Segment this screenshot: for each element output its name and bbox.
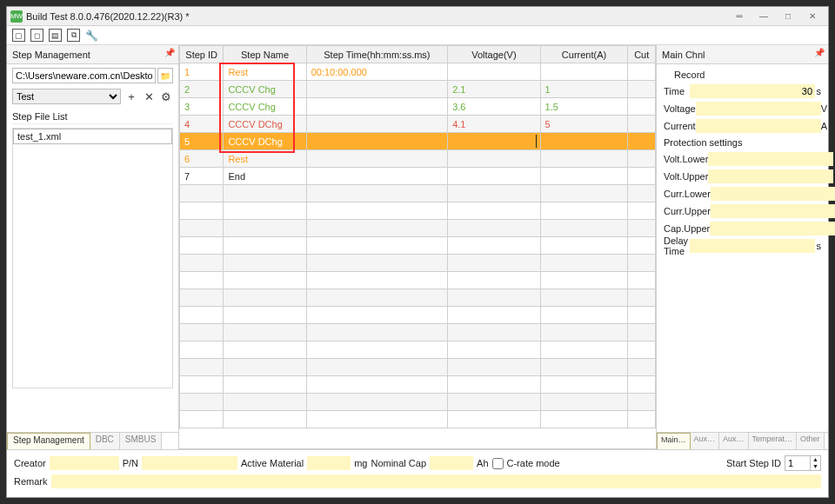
cell-id[interactable]: 6 (180, 150, 224, 168)
table-row-empty[interactable] (180, 307, 656, 324)
cell-voltage-editing[interactable] (448, 133, 540, 150)
cell-current[interactable] (540, 63, 628, 81)
cell-time[interactable] (306, 150, 447, 168)
cell-current[interactable]: 1.5 (540, 98, 628, 116)
table-row-empty[interactable] (180, 185, 656, 202)
cell-id[interactable]: 1 (180, 63, 224, 81)
table-row-empty[interactable] (180, 202, 656, 220)
param-input[interactable] (711, 187, 835, 201)
start-step-input[interactable] (785, 458, 810, 468)
pn-input[interactable] (142, 456, 237, 470)
table-row-empty[interactable] (180, 255, 656, 272)
tab-other[interactable]: Other (797, 433, 825, 449)
param-input[interactable] (696, 119, 821, 133)
start-step-spinner[interactable]: ▲▼ (785, 455, 821, 471)
nominal-cap-input[interactable] (430, 456, 473, 470)
cell-id[interactable]: 5 (180, 133, 224, 150)
cell-voltage[interactable]: 2.1 (448, 81, 540, 98)
cell-cut[interactable] (628, 63, 656, 81)
copy-icon[interactable]: ⧉ (67, 29, 80, 42)
table-row[interactable]: 6 Rest (180, 150, 656, 168)
spin-up-icon[interactable]: ▲ (810, 456, 820, 463)
cell-time[interactable] (306, 133, 447, 150)
cell-voltage[interactable] (448, 150, 540, 168)
table-row-empty[interactable] (180, 272, 656, 289)
btn-dash[interactable]: ═ (727, 11, 752, 21)
col-current[interactable]: Current(A) (540, 46, 628, 63)
param-input[interactable] (690, 239, 815, 253)
crate-checkbox[interactable] (492, 458, 504, 469)
active-material-input[interactable] (307, 456, 351, 470)
cell-time[interactable] (306, 116, 447, 133)
btn-close[interactable]: ✕ (800, 11, 825, 21)
cell-time[interactable] (306, 168, 447, 185)
cell-current[interactable] (540, 133, 628, 150)
table-row[interactable]: 1 Rest 00:10:00.000 (180, 63, 656, 81)
cell-voltage[interactable]: 4.1 (448, 116, 540, 133)
cell-id[interactable]: 7 (180, 168, 224, 185)
col-cut[interactable]: Cut (628, 46, 656, 63)
table-row[interactable]: 5 CCCV DChg (180, 133, 656, 150)
table-row-empty[interactable] (180, 220, 656, 237)
gear-icon[interactable]: ⚙ (159, 90, 173, 103)
remark-input[interactable] (51, 474, 821, 488)
table-row-empty[interactable] (180, 342, 656, 359)
spin-down-icon[interactable]: ▼ (810, 463, 820, 470)
table-row-empty[interactable] (180, 394, 656, 411)
test-select[interactable]: Test (12, 89, 121, 104)
col-step-time[interactable]: Step Time(hh:mm:ss.ms) (306, 46, 447, 63)
tab-aux1[interactable]: Aux… (691, 433, 720, 449)
cell-name[interactable]: End (224, 168, 306, 185)
table-row[interactable]: 2 CCCV Chg 2.1 1 (180, 81, 656, 98)
open-icon[interactable]: ◻ (30, 29, 43, 42)
col-voltage[interactable]: Voltage(V) (448, 46, 540, 63)
table-row[interactable]: 4 CCCV DChg 4.1 5 (180, 116, 656, 133)
cell-id[interactable]: 2 (180, 81, 224, 98)
creator-input[interactable] (50, 456, 119, 470)
cell-id[interactable]: 4 (180, 116, 224, 133)
table-row[interactable]: 7 End (180, 168, 656, 185)
param-input[interactable] (711, 204, 835, 218)
table-row-empty[interactable] (180, 376, 656, 394)
param-input[interactable] (708, 152, 833, 166)
browse-folder-icon[interactable]: 📁 (157, 68, 173, 83)
tab-step-management[interactable]: Step Management (7, 433, 90, 449)
pin-icon[interactable]: 📌 (164, 48, 175, 57)
cell-voltage[interactable] (448, 63, 540, 81)
cell-cut[interactable] (628, 98, 656, 116)
cell-current[interactable]: 5 (540, 116, 628, 133)
new-icon[interactable]: ▢ (12, 29, 25, 42)
table-row-empty[interactable] (180, 411, 656, 428)
cell-name[interactable]: Rest (224, 63, 306, 81)
cell-time[interactable] (306, 81, 447, 98)
file-item[interactable]: test_1.xml (13, 129, 172, 144)
cell-id[interactable]: 3 (180, 98, 224, 116)
cell-voltage[interactable]: 3.6 (448, 98, 540, 116)
cell-name[interactable]: CCCV DChg (224, 133, 306, 150)
pin-icon[interactable]: 📌 (814, 48, 825, 57)
settings-icon[interactable]: 🔧 (85, 29, 98, 42)
tab-main[interactable]: Main… (657, 433, 691, 449)
cell-cut[interactable] (628, 116, 656, 133)
tab-temperature[interactable]: Temperat… (749, 433, 798, 449)
cell-cut[interactable] (628, 168, 656, 185)
remove-icon[interactable]: ✕ (142, 90, 156, 103)
btn-maximize[interactable]: □ (776, 11, 800, 21)
cell-name[interactable]: Rest (224, 150, 306, 168)
cell-voltage[interactable] (448, 168, 540, 185)
tab-aux2[interactable]: Aux… (719, 433, 749, 449)
steps-grid[interactable]: Step ID Step Name Step Time(hh:mm:ss.ms)… (179, 45, 656, 428)
btn-minimize[interactable]: — (752, 11, 776, 21)
cell-name[interactable]: CCCV DChg (224, 116, 306, 133)
cell-name[interactable]: CCCV Chg (224, 81, 306, 98)
cell-name[interactable]: CCCV Chg (224, 98, 306, 116)
param-input[interactable] (696, 102, 821, 116)
add-icon[interactable]: + (124, 90, 138, 103)
cell-cut[interactable] (628, 133, 656, 150)
param-input[interactable] (710, 222, 835, 235)
tab-dbc[interactable]: DBC (90, 433, 120, 449)
table-row-empty[interactable] (180, 324, 656, 342)
cell-current[interactable] (540, 150, 628, 168)
cell-time[interactable]: 00:10:00.000 (306, 63, 447, 81)
save-icon[interactable]: ▤ (49, 29, 62, 42)
